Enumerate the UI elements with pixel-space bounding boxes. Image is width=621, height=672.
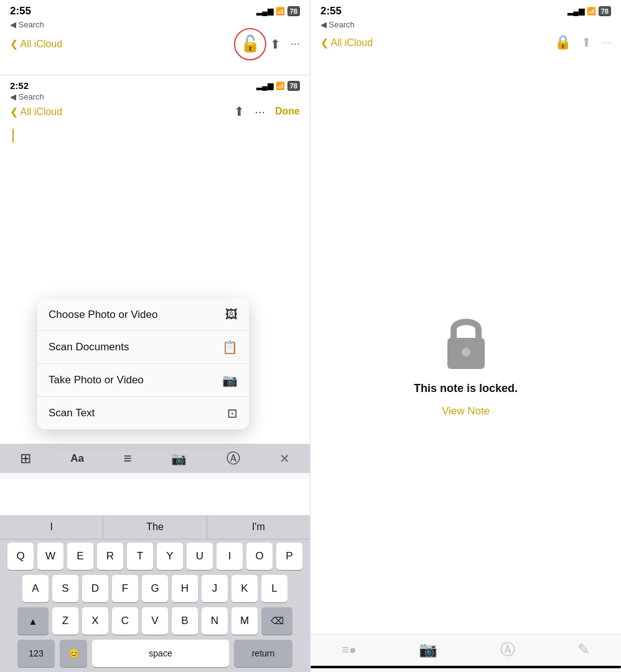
predictive-im[interactable]: I'm: [207, 515, 310, 539]
locked-note-content: This note is locked. View Note: [310, 55, 621, 672]
menu-item-take-photo[interactable]: Take Photo or Video 📷: [37, 364, 249, 397]
key-g[interactable]: G: [142, 575, 168, 602]
menu-choose-photo-label: Choose Photo or Video: [49, 309, 157, 321]
big-lock-icon: [438, 310, 494, 372]
locked-note-text: This note is locked.: [414, 382, 518, 395]
inner-nav-actions: ⬆ ··· Done: [234, 104, 300, 119]
table-icon[interactable]: ⊞: [20, 450, 31, 467]
back-label: ❮ All iCloud: [10, 38, 62, 50]
predictive-bar: I The I'm: [0, 515, 310, 539]
key-k[interactable]: K: [231, 575, 258, 602]
key-return[interactable]: return: [234, 640, 292, 667]
key-a[interactable]: A: [22, 575, 49, 602]
key-n[interactable]: N: [202, 607, 228, 635]
camera-toolbar-icon[interactable]: 📷: [171, 451, 187, 466]
key-q[interactable]: Q: [7, 543, 34, 570]
inner-search-back-label: ◀ Search: [10, 92, 44, 101]
right-camera-icon[interactable]: 📷: [419, 641, 437, 658]
right-notes-icon[interactable]: ≡●: [342, 643, 357, 657]
predictive-i[interactable]: I: [0, 515, 103, 539]
search-back-label: ◀ Search: [10, 20, 44, 29]
bullet-list-icon[interactable]: ≡: [124, 450, 132, 467]
key-w[interactable]: W: [37, 543, 63, 570]
key-shift[interactable]: ▲: [17, 607, 49, 635]
inner-battery: 78: [287, 81, 300, 91]
left-status-time: 2:55: [10, 5, 31, 17]
keyboard: I The I'm Q W E R T Y U I O P A S D F G …: [0, 515, 310, 672]
inner-more-icon[interactable]: ···: [254, 105, 265, 119]
formatting-toolbar: ⊞ Aa ≡ 📷 Ⓐ ✕: [0, 444, 310, 473]
key-j[interactable]: J: [202, 575, 228, 602]
key-emoji[interactable]: 😊: [60, 640, 87, 667]
right-share-icon[interactable]: ⬆: [581, 35, 592, 50]
key-f[interactable]: F: [112, 575, 138, 602]
nav-actions: 🔓 ⬆ ···: [240, 34, 300, 54]
inner-back-label: ❮ All iCloud: [10, 106, 62, 118]
inner-share-icon[interactable]: ⬆: [234, 104, 245, 119]
right-lock-icon[interactable]: 🔒: [554, 34, 571, 50]
key-u[interactable]: U: [187, 543, 213, 570]
key-z[interactable]: Z: [52, 607, 78, 635]
key-h[interactable]: H: [172, 575, 198, 602]
inner-time: 2:52: [10, 80, 29, 91]
left-search-back[interactable]: ◀ Search: [0, 20, 310, 32]
more-icon[interactable]: ···: [291, 37, 300, 50]
context-menu: Choose Photo or Video 🖼 Scan Documents 📋…: [37, 299, 249, 429]
right-compose-icon[interactable]: ✎: [577, 641, 590, 658]
note-editor[interactable]: [0, 123, 310, 160]
key-t[interactable]: T: [127, 543, 153, 570]
right-panel: 2:55 ▂▄▆ 📶 78 ◀ Search ❮ All iCloud 🔒 ⬆ …: [310, 0, 621, 672]
key-i[interactable]: I: [217, 543, 243, 570]
right-back-label: ❮ All iCloud: [320, 37, 373, 49]
inner-back-button[interactable]: ❮ All iCloud: [10, 106, 62, 118]
inner-search-back[interactable]: ◀ Search: [0, 92, 310, 103]
left-nav-bar: ❮ All iCloud 🔓 ⬆ ···: [0, 32, 310, 58]
scan-doc-icon: 📋: [222, 340, 238, 355]
right-more-icon[interactable]: ···: [602, 36, 611, 49]
menu-item-scan-documents[interactable]: Scan Documents 📋: [37, 331, 249, 364]
key-x[interactable]: X: [82, 607, 108, 635]
inner-signal-icon: ▂▄▆: [256, 82, 273, 90]
key-s[interactable]: S: [52, 575, 78, 602]
right-wifi-icon: 📶: [587, 7, 596, 16]
back-button[interactable]: ❮ All iCloud: [10, 38, 62, 50]
inner-phone: 2:52 ▂▄▆ 📶 78 ◀ Search ❮ All iCloud ⬆ ··…: [0, 75, 310, 160]
menu-item-scan-text[interactable]: Scan Text ⊡: [37, 397, 249, 429]
menu-item-choose-photo[interactable]: Choose Photo or Video 🖼: [37, 299, 249, 331]
key-123[interactable]: 123: [17, 640, 55, 667]
key-delete[interactable]: ⌫: [261, 607, 292, 635]
key-y[interactable]: Y: [157, 543, 183, 570]
close-toolbar-icon[interactable]: ✕: [279, 451, 290, 466]
key-d[interactable]: D: [82, 575, 108, 602]
key-space[interactable]: space: [92, 640, 229, 667]
done-button[interactable]: Done: [275, 106, 300, 117]
inner-status-bar: 2:52 ▂▄▆ 📶 78: [0, 75, 310, 92]
key-l[interactable]: L: [261, 575, 287, 602]
key-b[interactable]: B: [172, 607, 198, 635]
keyboard-row-1: Q W E R T Y U I O P: [0, 539, 310, 572]
format-text-icon[interactable]: Aa: [70, 452, 84, 465]
right-back-button[interactable]: ❮ All iCloud: [320, 37, 373, 49]
key-p[interactable]: P: [276, 543, 302, 570]
key-e[interactable]: E: [67, 543, 93, 570]
predictive-the[interactable]: The: [103, 515, 207, 539]
right-search-back[interactable]: ◀ Search: [310, 20, 621, 32]
right-status-time: 2:55: [320, 5, 342, 17]
key-v[interactable]: V: [142, 607, 168, 635]
share-icon[interactable]: ⬆: [270, 37, 281, 52]
view-note-button[interactable]: View Note: [442, 405, 490, 418]
lock-circle-ring: [234, 28, 266, 60]
key-m[interactable]: M: [231, 607, 258, 635]
key-o[interactable]: O: [246, 543, 273, 570]
key-c[interactable]: C: [112, 607, 138, 635]
lock-button[interactable]: 🔓: [240, 34, 260, 54]
right-search-back-label: ◀ Search: [320, 20, 355, 29]
circle-a-icon[interactable]: Ⓐ: [226, 449, 240, 468]
key-r[interactable]: R: [97, 543, 123, 570]
right-nav-actions: 🔒 ⬆ ···: [554, 34, 611, 50]
photo-picker-icon: 🖼: [225, 307, 238, 322]
left-status-bar: 2:55 ▂▄▆ 📶 78: [0, 0, 310, 20]
right-circle-a-icon[interactable]: Ⓐ: [500, 640, 515, 660]
keyboard-row-2: A S D F G H J K L: [0, 572, 310, 604]
right-status-icons: ▂▄▆ 📶 78: [567, 6, 611, 16]
